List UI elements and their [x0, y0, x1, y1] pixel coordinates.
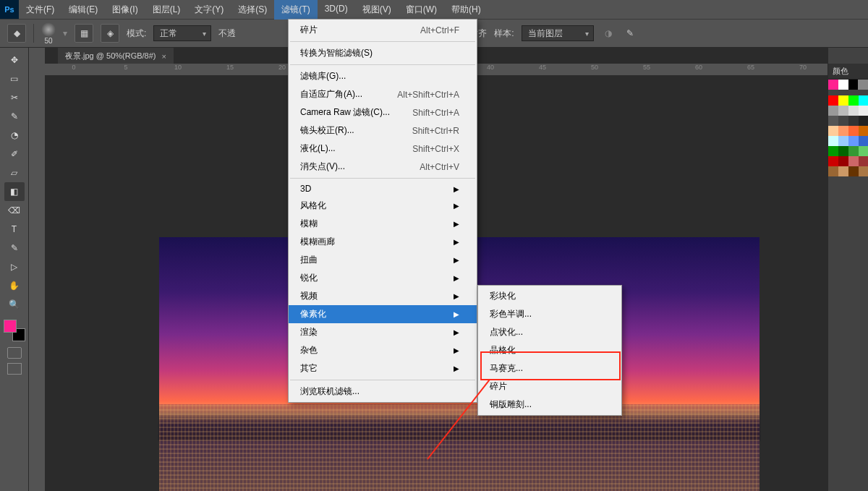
- menu-9[interactable]: 窗口(W): [399, 0, 444, 20]
- pixelate-item-0[interactable]: 彩块化: [478, 287, 621, 305]
- blend-mode-select[interactable]: 正常: [153, 25, 211, 41]
- swatch[interactable]: [858, 80, 868, 90]
- menu-3[interactable]: 图层(L): [145, 0, 188, 20]
- swatch[interactable]: [838, 116, 848, 126]
- swatch[interactable]: [859, 116, 868, 126]
- filter-item[interactable]: 自适应广角(A)...Alt+Shift+Ctrl+A: [289, 85, 477, 103]
- swatch[interactable]: [838, 166, 848, 176]
- swatch[interactable]: [848, 136, 859, 146]
- brush-panel-icon[interactable]: ▦: [75, 24, 93, 43]
- swatch[interactable]: [848, 80, 859, 90]
- filter-category[interactable]: 3D▶: [289, 181, 477, 197]
- tool-preset-icon[interactable]: ◆: [7, 24, 26, 43]
- swatch[interactable]: [848, 166, 859, 176]
- tool-4[interactable]: ◔: [4, 126, 25, 145]
- swatch[interactable]: [859, 146, 868, 156]
- swatch[interactable]: [848, 106, 859, 116]
- filter-category[interactable]: 像素化▶: [289, 305, 477, 323]
- tool-12[interactable]: ✋: [4, 276, 25, 295]
- swatch[interactable]: [828, 156, 838, 166]
- menu-0[interactable]: 文件(F): [19, 0, 61, 20]
- menu-5[interactable]: 选择(S): [231, 0, 274, 20]
- filter-category[interactable]: 其它▶: [289, 359, 477, 377]
- tool-13[interactable]: 🔍: [4, 295, 25, 314]
- filter-item[interactable]: Camera Raw 滤镜(C)...Shift+Ctrl+A: [289, 103, 477, 121]
- swatch[interactable]: [848, 116, 859, 126]
- sample-select[interactable]: 当前图层: [522, 25, 594, 41]
- tool-1[interactable]: ▭: [4, 69, 25, 88]
- swatch[interactable]: [828, 146, 838, 156]
- swatch[interactable]: [848, 95, 859, 106]
- pixelate-item-4[interactable]: 马赛克...: [478, 359, 621, 377]
- swatch[interactable]: [838, 80, 848, 90]
- pixelate-item-6[interactable]: 铜版雕刻...: [478, 396, 621, 414]
- menu-10[interactable]: 帮助(H): [444, 0, 488, 20]
- filter-last[interactable]: 碎片Alt+Ctrl+F: [289, 21, 477, 39]
- swatch[interactable]: [828, 166, 838, 176]
- filter-category[interactable]: 渲染▶: [289, 323, 477, 341]
- tool-10[interactable]: ✎: [4, 239, 25, 257]
- swatch[interactable]: [859, 95, 868, 106]
- filter-item[interactable]: 镜头校正(R)...Shift+Ctrl+R: [289, 121, 477, 140]
- swatch[interactable]: [859, 136, 868, 146]
- filter-category[interactable]: 视频▶: [289, 287, 477, 305]
- screenmode-icon[interactable]: [7, 363, 22, 375]
- tool-3[interactable]: ✎: [4, 107, 25, 126]
- tool-2[interactable]: ✂: [4, 88, 25, 107]
- swatch[interactable]: [848, 156, 859, 166]
- filter-smart[interactable]: 转换为智能滤镜(S): [289, 44, 477, 62]
- document-tab[interactable]: 夜景.jpg @ 50%(RGB/8#) ×: [58, 48, 174, 64]
- swatch[interactable]: [828, 126, 838, 136]
- tool-5[interactable]: ✐: [4, 145, 25, 163]
- swatch[interactable]: [828, 95, 838, 106]
- tool-9[interactable]: T: [4, 220, 25, 239]
- tool-8[interactable]: ⌫: [4, 201, 25, 220]
- tool-0[interactable]: ✥: [4, 51, 25, 69]
- tab-close-icon[interactable]: ×: [162, 52, 166, 61]
- menu-1[interactable]: 编辑(E): [61, 0, 105, 20]
- filter-item[interactable]: 滤镜库(G)...: [289, 67, 477, 85]
- swatch[interactable]: [828, 136, 838, 146]
- color-panel-tab[interactable]: 颜色: [828, 64, 868, 80]
- swatch[interactable]: [828, 116, 838, 126]
- swatch[interactable]: [848, 126, 859, 136]
- filter-category[interactable]: 模糊▶: [289, 215, 477, 233]
- swatch[interactable]: [838, 106, 848, 116]
- menu-6[interactable]: 滤镜(T): [274, 0, 317, 20]
- brush-preset[interactable]: 50: [41, 22, 56, 45]
- swatch[interactable]: [859, 126, 868, 136]
- swatch[interactable]: [828, 80, 838, 90]
- swatch[interactable]: [838, 126, 848, 136]
- tool-11[interactable]: ▷: [4, 257, 25, 276]
- fg-bg-color[interactable]: [4, 320, 25, 341]
- swatch[interactable]: [859, 166, 868, 176]
- filter-category[interactable]: 风格化▶: [289, 197, 477, 215]
- filter-category[interactable]: 锐化▶: [289, 269, 477, 287]
- pixelate-item-2[interactable]: 点状化...: [478, 323, 621, 341]
- swatch[interactable]: [828, 106, 838, 116]
- filter-category[interactable]: 模糊画廊▶: [289, 233, 477, 251]
- swatch[interactable]: [838, 146, 848, 156]
- pixelate-item-3[interactable]: 晶格化: [478, 341, 621, 359]
- filter-category[interactable]: 扭曲▶: [289, 251, 477, 269]
- swatch[interactable]: [838, 95, 848, 106]
- swatch[interactable]: [838, 156, 848, 166]
- filter-browse[interactable]: 浏览联机滤镜...: [289, 383, 477, 401]
- pressure-icon[interactable]: ✎: [623, 26, 637, 40]
- tool-7[interactable]: ◧: [4, 182, 25, 201]
- clone-source-icon[interactable]: ◈: [101, 24, 119, 43]
- menu-4[interactable]: 文字(Y): [187, 0, 231, 20]
- swatch[interactable]: [848, 146, 859, 156]
- pixelate-item-1[interactable]: 彩色半调...: [478, 305, 621, 323]
- menu-8[interactable]: 视图(V): [355, 0, 399, 20]
- menu-2[interactable]: 图像(I): [105, 0, 145, 20]
- filter-item[interactable]: 液化(L)...Shift+Ctrl+X: [289, 140, 477, 158]
- swatch[interactable]: [838, 136, 848, 146]
- tool-6[interactable]: ▱: [4, 163, 25, 182]
- swatch[interactable]: [859, 106, 868, 116]
- menu-7[interactable]: 3D(D): [318, 0, 355, 20]
- ignore-adj-icon[interactable]: ◑: [601, 26, 616, 40]
- filter-item[interactable]: 消失点(V)...Alt+Ctrl+V: [289, 158, 477, 176]
- swatch[interactable]: [859, 156, 868, 166]
- pixelate-item-5[interactable]: 碎片: [478, 377, 621, 396]
